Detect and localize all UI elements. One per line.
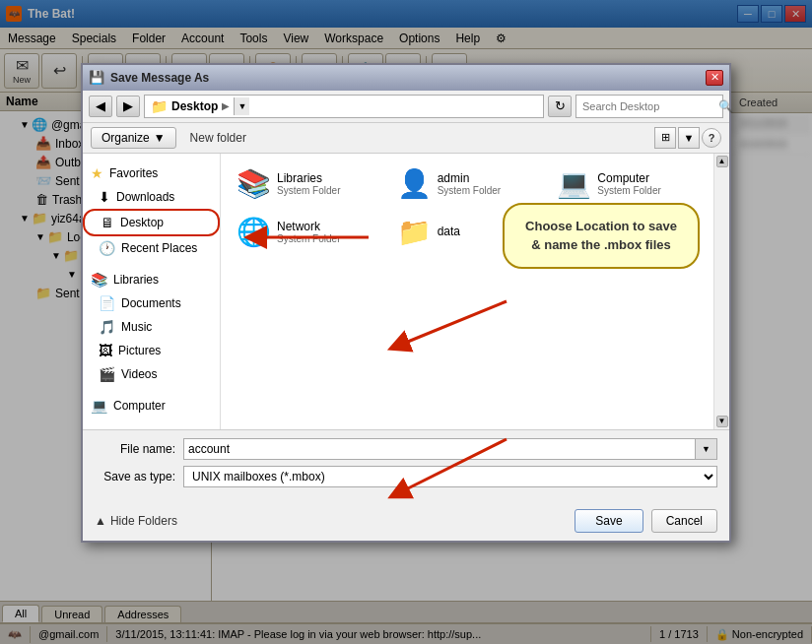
nav-downloads-label: Downloads bbox=[116, 190, 174, 204]
dialog-title-text: Save Message As bbox=[110, 71, 209, 85]
dialog-close-button[interactable]: ✕ bbox=[706, 70, 723, 86]
savetype-label: Save as type: bbox=[95, 470, 183, 483]
file-computer-type: System Folder bbox=[597, 185, 660, 196]
file-computer-icon: 💻 bbox=[557, 167, 591, 200]
view-options: ⊞ ▼ ? bbox=[654, 127, 721, 149]
dialog-icon: 💾 bbox=[89, 70, 104, 85]
nav-libraries-label: Libraries bbox=[113, 273, 159, 287]
filename-input[interactable] bbox=[183, 438, 696, 460]
location-arrow: ▶ bbox=[222, 100, 230, 111]
recent-icon: 🕐 bbox=[99, 240, 115, 256]
file-item-network[interactable]: 🌐 Network System Folder bbox=[229, 210, 385, 254]
file-network-info: Network System Folder bbox=[277, 220, 340, 244]
organize-button[interactable]: Organize ▼ bbox=[91, 127, 176, 149]
view-button-1[interactable]: ⊞ bbox=[654, 127, 676, 149]
cancel-button[interactable]: Cancel bbox=[651, 509, 717, 533]
scrollbar-track bbox=[716, 167, 728, 416]
file-computer-name: Computer bbox=[597, 171, 660, 185]
dialog-overlay: 💾 Save Message As ✕ ◀ ▶ 📁 Desktop ▶ ▼ ↻ … bbox=[0, 0, 812, 644]
dialog-title-bar: 💾 Save Message As ✕ bbox=[83, 65, 729, 91]
nav-section-favorites: ★ Favorites bbox=[83, 161, 220, 185]
hide-folders-label: Hide Folders bbox=[110, 514, 177, 528]
file-item-libraries[interactable]: 📚 Libraries System Folder bbox=[229, 161, 385, 206]
nav-downloads[interactable]: ⬇ Downloads bbox=[83, 185, 220, 209]
forward-button[interactable]: ▶ bbox=[116, 96, 140, 117]
hide-folders-button[interactable]: ▲ Hide Folders bbox=[95, 514, 177, 528]
file-data-name: data bbox=[438, 225, 460, 238]
hide-folders-icon: ▲ bbox=[95, 514, 106, 528]
nav-spacer bbox=[83, 260, 220, 268]
search-input[interactable] bbox=[582, 100, 718, 112]
scrollbar-down[interactable]: ▼ bbox=[716, 416, 728, 427]
file-admin-info: admin System Folder bbox=[438, 171, 501, 196]
dialog-actions: ▲ Hide Folders Save Cancel bbox=[83, 501, 729, 541]
filename-row: File name: ▼ bbox=[95, 438, 717, 460]
refresh-button[interactable]: ↻ bbox=[548, 96, 572, 117]
nav-desktop[interactable]: 🖥 Desktop bbox=[83, 209, 220, 236]
save-dialog: 💾 Save Message As ✕ ◀ ▶ 📁 Desktop ▶ ▼ ↻ … bbox=[81, 63, 731, 543]
save-button[interactable]: Save bbox=[575, 509, 643, 533]
nav-libraries[interactable]: 📚 Libraries bbox=[83, 268, 220, 291]
dialog-left-nav: ★ Favorites ⬇ Downloads 🖥 Desktop 🕐 Rece… bbox=[83, 154, 221, 429]
file-item-computer[interactable]: 💻 Computer System Folder bbox=[549, 161, 706, 206]
view-dropdown-button[interactable]: ▼ bbox=[678, 127, 700, 149]
location-folder-icon: 📁 bbox=[151, 98, 168, 114]
file-network-icon: 🌐 bbox=[237, 216, 271, 248]
dialog-file-list: 📚 Libraries System Folder 👤 admin System… bbox=[221, 154, 713, 429]
nav-computer-label: Computer bbox=[113, 399, 166, 413]
file-network-type: System Folder bbox=[277, 233, 340, 244]
file-item-admin[interactable]: 👤 admin System Folder bbox=[389, 161, 546, 206]
location-text: Desktop bbox=[171, 99, 218, 113]
savetype-row: Save as type: UNIX mailboxes (*.mbox) bbox=[95, 466, 717, 487]
dialog-scrollbar[interactable]: ▲ ▼ bbox=[713, 154, 729, 429]
organize-label: Organize bbox=[102, 131, 150, 145]
nav-documents-label: Documents bbox=[121, 296, 181, 310]
scrollbar-up[interactable]: ▲ bbox=[716, 156, 728, 167]
libraries-icon: 📚 bbox=[91, 272, 107, 288]
file-admin-name: admin bbox=[438, 171, 501, 185]
desktop-icon: 🖥 bbox=[101, 215, 114, 230]
nav-spacer-2 bbox=[83, 386, 220, 394]
organize-dropdown-icon: ▼ bbox=[154, 131, 166, 145]
nav-videos[interactable]: 🎬 Videos bbox=[83, 362, 220, 386]
favorites-star-icon: ★ bbox=[91, 165, 103, 181]
back-button[interactable]: ◀ bbox=[89, 96, 112, 117]
nav-music[interactable]: 🎵 Music bbox=[83, 315, 220, 339]
location-dropdown[interactable]: ▼ bbox=[234, 97, 249, 115]
file-data-info: data bbox=[438, 225, 460, 238]
pictures-icon: 🖼 bbox=[99, 343, 112, 358]
videos-icon: 🎬 bbox=[99, 366, 115, 382]
file-libraries-name: Libraries bbox=[277, 171, 340, 185]
help-button[interactable]: ? bbox=[702, 128, 721, 148]
file-item-data[interactable]: 📁 data bbox=[389, 210, 546, 254]
nav-videos-label: Videos bbox=[121, 367, 157, 381]
search-icon[interactable]: 🔍 bbox=[718, 99, 733, 113]
nav-music-label: Music bbox=[121, 320, 152, 334]
favorites-label: Favorites bbox=[109, 166, 158, 180]
savetype-select[interactable]: UNIX mailboxes (*.mbox) bbox=[183, 466, 717, 487]
nav-computer[interactable]: 💻 Computer bbox=[83, 394, 220, 418]
file-network-name: Network bbox=[277, 220, 340, 233]
downloads-icon: ⬇ bbox=[99, 189, 110, 205]
dialog-action-buttons: Save Cancel bbox=[575, 509, 717, 533]
dialog-nav-toolbar: ◀ ▶ 📁 Desktop ▶ ▼ ↻ 🔍 bbox=[83, 91, 729, 123]
location-bar[interactable]: 📁 Desktop ▶ ▼ bbox=[144, 95, 544, 118]
nav-recent-places[interactable]: 🕐 Recent Places bbox=[83, 236, 220, 260]
dialog-body: ★ Favorites ⬇ Downloads 🖥 Desktop 🕐 Rece… bbox=[83, 154, 729, 429]
search-box[interactable]: 🔍 bbox=[575, 95, 723, 118]
dialog-footer: File name: ▼ Save as type: UNIX mailboxe… bbox=[83, 429, 729, 501]
documents-icon: 📄 bbox=[99, 295, 115, 311]
nav-documents[interactable]: 📄 Documents bbox=[83, 291, 220, 315]
nav-recent-label: Recent Places bbox=[121, 241, 197, 255]
file-libraries-icon: 📚 bbox=[237, 167, 271, 200]
music-icon: 🎵 bbox=[99, 319, 115, 335]
nav-pictures[interactable]: 🖼 Pictures bbox=[83, 339, 220, 362]
new-folder-button[interactable]: New folder bbox=[184, 128, 252, 148]
file-libraries-info: Libraries System Folder bbox=[277, 171, 340, 196]
filename-dropdown[interactable]: ▼ bbox=[696, 438, 717, 460]
file-admin-type: System Folder bbox=[438, 185, 501, 196]
nav-desktop-label: Desktop bbox=[120, 216, 164, 229]
file-data-icon: 📁 bbox=[397, 216, 432, 248]
dialog-title-left: 💾 Save Message As bbox=[89, 70, 209, 85]
dialog-action-bar: Organize ▼ New folder ⊞ ▼ ? bbox=[83, 123, 729, 154]
